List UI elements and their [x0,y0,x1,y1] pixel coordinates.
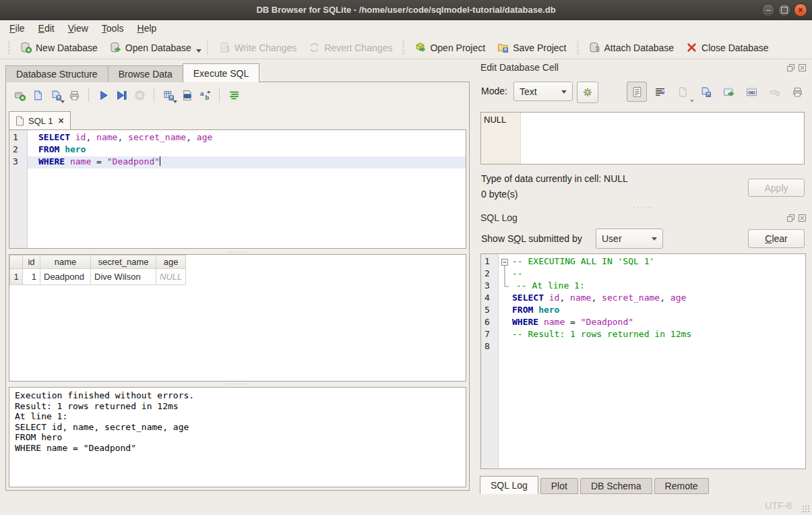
mode-select[interactable]: Text [513,82,573,101]
menu-tools[interactable]: Tools [95,22,131,35]
show-sql-submitted-by-label: Show SQL submitted by [481,233,582,244]
open-project-button[interactable]: Open Project [408,38,491,57]
export-data-icon[interactable] [695,82,716,102]
cell-editor[interactable]: NULL [480,112,805,164]
import-data-icon[interactable] [673,82,693,102]
sql-log-view[interactable]: 12345678 -- EXECUTING ALL IN 'SQL 1'----… [480,253,806,469]
main-tab-bar: Database StructureBrowse DataExecute SQL [5,63,259,82]
cell-secret_name[interactable]: Dive Wilson [91,269,156,285]
sql-editor-line[interactable]: WHERE name = "Deadpond" [28,156,466,169]
dock-tab-plot[interactable]: Plot [540,478,578,494]
sql-log-code: -- EXECUTING ALL IN 'SQL 1'---- At line … [499,254,805,468]
word-wrap-icon[interactable] [650,82,670,102]
menu-help[interactable]: Help [131,22,164,35]
export-results-icon[interactable] [162,88,175,102]
splitter-handle[interactable]: ······ [6,382,469,386]
menu-file[interactable]: File [3,22,32,35]
tab-database-structure[interactable]: Database Structure [5,65,108,82]
close-database-button[interactable]: Close Database [680,38,775,57]
cell-name[interactable]: Deadpond [40,269,91,285]
apply-button[interactable]: Apply [748,179,805,197]
close-button[interactable]: × [794,3,807,17]
svg-text:b: b [205,94,209,101]
attach-database-button[interactable]: Attach Database [583,38,681,57]
results-table: idnamesecret_nameage11DeadpondDive Wilso… [9,255,186,285]
save-project-label: Save Project [513,42,566,53]
attach-database-label: Attach Database [604,42,675,53]
table-corner [10,255,23,269]
cell-id[interactable]: 1 [23,269,40,285]
open-sql-tab-icon[interactable] [13,88,26,102]
auto-apply-button[interactable] [577,82,598,103]
sql-editor[interactable]: 123 SELECT id, name, secret_name, ageFRO… [9,129,466,249]
results-grid: idnamesecret_nameage11DeadpondDive Wilso… [9,254,466,382]
open-project-label: Open Project [430,42,485,53]
sql-editor-line[interactable]: FROM hero [28,144,466,156]
revert-changes-label: Revert Changes [324,42,392,53]
menu-edit[interactable]: Edit [32,22,61,35]
float-dock-icon[interactable] [786,63,795,72]
float-dock-icon[interactable] [786,213,795,222]
new-database-button[interactable]: New Database [14,38,104,57]
dock-tab-sql-log[interactable]: SQL Log [480,476,538,494]
close-dock-icon[interactable] [797,213,807,222]
save-project-button[interactable]: Save Project [491,38,572,57]
minimize-button[interactable]: – [761,3,775,17]
tab-browse-data[interactable]: Browse Data [108,65,183,82]
open-in-external-icon[interactable] [718,82,739,102]
new-database-icon [20,42,32,53]
write-changes-button[interactable]: Write Changes [213,38,303,57]
edit-cell-dock-title: Edit Database Cell [480,62,559,73]
sql-editor-toolbar: ab [13,87,241,103]
window-title: DB Browser for SQLite - /home/user/code/… [256,5,555,15]
open-database-dropdown-arrow[interactable] [196,49,201,53]
text-mode-icon[interactable] [627,82,647,102]
sql-editor-code[interactable]: SELECT id, name, secret_name, ageFROM he… [28,130,466,248]
maximize-button[interactable] [778,3,791,17]
close-sql-tab-icon[interactable]: × [58,115,63,126]
column-header-secret_name[interactable]: secret_name [91,255,156,269]
execute-current-line-icon[interactable] [115,88,128,102]
stop-execution-icon[interactable] [133,88,146,102]
svg-text:a: a [200,90,204,97]
sql-file-icon [15,116,24,126]
dock-tab-db-schema[interactable]: DB Schema [580,478,652,494]
column-header-name[interactable]: name [40,255,91,269]
row-header[interactable]: 1 [10,269,23,285]
menu-view[interactable]: View [61,22,95,35]
close-dock-icon[interactable] [797,63,807,72]
clear-log-button[interactable]: Clear [748,229,805,248]
print-sql-icon[interactable] [67,88,81,102]
resize-grip-icon[interactable] [802,505,810,513]
toolbar-handle [577,41,579,55]
cell-age[interactable]: NULL [156,269,186,285]
column-header-age[interactable]: age [156,255,186,269]
format-sql-icon[interactable] [227,88,241,102]
copy-as-link-icon[interactable] [741,82,761,102]
execution-message-panel: Execution finished without errors. Resul… [9,387,466,487]
find-replace-icon[interactable]: ab [198,88,212,102]
find-icon[interactable] [180,88,193,102]
save-sql-file-icon[interactable] [49,88,63,102]
column-header-id[interactable]: id [23,255,40,269]
sql-document-tab[interactable]: SQL 1 × [9,111,71,129]
encoding-indicator[interactable]: UTF-8 [765,500,792,511]
dock-area: Edit Database Cell Mode: Text NULL Type … [476,59,812,495]
sql-log-line: -- Result: 1 rows returned in 12ms [499,329,805,341]
set-null-icon[interactable] [764,82,784,102]
menu-bar: FileEditViewToolsHelp [0,20,812,36]
sql-editor-line[interactable]: SELECT id, name, secret_name, age [28,132,466,144]
sql-document-tab-label: SQL 1 [28,116,53,126]
tab-execute-sql[interactable]: Execute SQL [183,63,260,82]
revert-changes-button[interactable]: Revert Changes [303,38,398,57]
splitter-handle[interactable]: ······ [476,206,812,210]
open-sql-file-icon[interactable] [31,88,44,102]
log-filter-select[interactable]: User [596,229,663,249]
toolbar-handle [8,41,10,55]
print-cell-icon[interactable] [787,82,807,102]
execute-all-icon[interactable] [96,88,110,102]
log-filter-value: User [602,233,622,244]
dock-tab-remote[interactable]: Remote [654,478,709,494]
toolbar-separator [207,40,208,55]
open-database-button[interactable]: Open Database [104,38,197,57]
